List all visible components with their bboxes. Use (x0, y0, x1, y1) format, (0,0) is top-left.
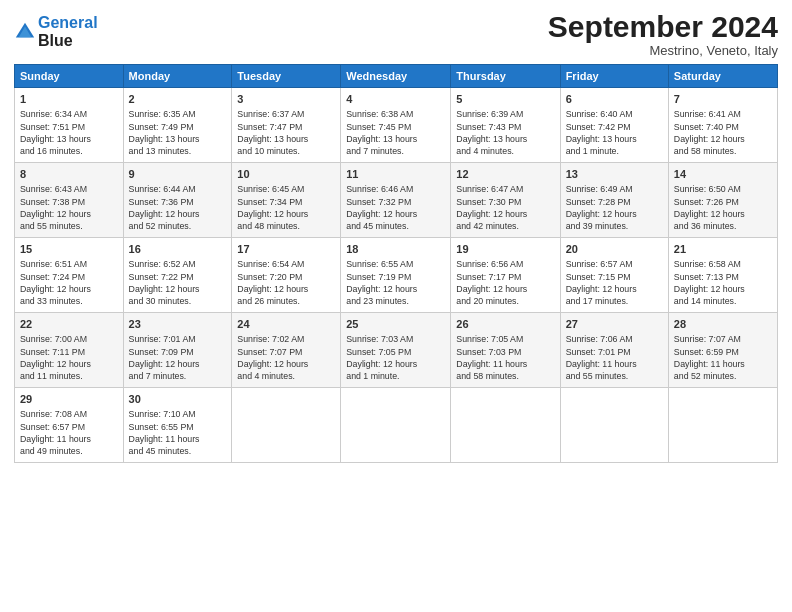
day-info-text: Sunrise: 6:46 AM (346, 183, 445, 195)
day-info-text: and 48 minutes. (237, 220, 335, 232)
day-number: 18 (346, 242, 445, 257)
day-info-text: Sunset: 6:57 PM (20, 421, 118, 433)
day-info-text: and 39 minutes. (566, 220, 663, 232)
day-info-text: Daylight: 12 hours (346, 358, 445, 370)
day-info-text: and 42 minutes. (456, 220, 554, 232)
day-info-text: Sunset: 7:19 PM (346, 271, 445, 283)
day-info-text: Sunrise: 6:40 AM (566, 108, 663, 120)
day-info-text: and 58 minutes. (674, 145, 772, 157)
day-info-text: Daylight: 12 hours (20, 208, 118, 220)
day-info-text: Sunset: 7:01 PM (566, 346, 663, 358)
calendar-cell: 14Sunrise: 6:50 AMSunset: 7:26 PMDayligh… (668, 163, 777, 238)
calendar-cell: 4Sunrise: 6:38 AMSunset: 7:45 PMDaylight… (341, 88, 451, 163)
calendar-cell: 26Sunrise: 7:05 AMSunset: 7:03 PMDayligh… (451, 313, 560, 388)
day-info-text: Sunset: 6:59 PM (674, 346, 772, 358)
day-info-text: Daylight: 12 hours (456, 208, 554, 220)
day-info-text: Sunset: 7:07 PM (237, 346, 335, 358)
day-number: 11 (346, 167, 445, 182)
weekday-header: Monday (123, 65, 232, 88)
day-info-text: and 20 minutes. (456, 295, 554, 307)
day-info-text: Sunset: 7:09 PM (129, 346, 227, 358)
location: Mestrino, Veneto, Italy (548, 43, 778, 58)
day-info-text: Sunset: 7:49 PM (129, 121, 227, 133)
day-info-text: Sunset: 7:38 PM (20, 196, 118, 208)
day-number: 27 (566, 317, 663, 332)
calendar-cell: 21Sunrise: 6:58 AMSunset: 7:13 PMDayligh… (668, 238, 777, 313)
logo-icon (14, 21, 36, 43)
day-info-text: Sunset: 7:05 PM (346, 346, 445, 358)
calendar-cell: 13Sunrise: 6:49 AMSunset: 7:28 PMDayligh… (560, 163, 668, 238)
day-number: 14 (674, 167, 772, 182)
day-info-text: Sunrise: 6:54 AM (237, 258, 335, 270)
day-number: 30 (129, 392, 227, 407)
day-info-text: Daylight: 12 hours (346, 283, 445, 295)
day-info-text: Daylight: 12 hours (237, 208, 335, 220)
day-info-text: Sunrise: 7:08 AM (20, 408, 118, 420)
day-info-text: Sunset: 7:28 PM (566, 196, 663, 208)
day-info-text: Daylight: 13 hours (456, 133, 554, 145)
day-number: 28 (674, 317, 772, 332)
calendar-cell (451, 388, 560, 463)
calendar-cell: 10Sunrise: 6:45 AMSunset: 7:34 PMDayligh… (232, 163, 341, 238)
day-info-text: Sunset: 7:22 PM (129, 271, 227, 283)
day-info-text: Sunrise: 6:38 AM (346, 108, 445, 120)
day-info-text: Sunset: 7:13 PM (674, 271, 772, 283)
day-info-text: Sunset: 7:47 PM (237, 121, 335, 133)
week-row: 29Sunrise: 7:08 AMSunset: 6:57 PMDayligh… (15, 388, 778, 463)
day-info-text: Sunset: 7:45 PM (346, 121, 445, 133)
calendar-cell (668, 388, 777, 463)
day-info-text: and 4 minutes. (456, 145, 554, 157)
day-info-text: Daylight: 12 hours (566, 283, 663, 295)
day-info-text: Daylight: 13 hours (566, 133, 663, 145)
day-info-text: Sunrise: 6:45 AM (237, 183, 335, 195)
day-number: 15 (20, 242, 118, 257)
calendar-cell: 6Sunrise: 6:40 AMSunset: 7:42 PMDaylight… (560, 88, 668, 163)
day-info-text: Daylight: 12 hours (129, 283, 227, 295)
day-info-text: Sunset: 7:43 PM (456, 121, 554, 133)
day-number: 24 (237, 317, 335, 332)
day-info-text: Sunset: 7:26 PM (674, 196, 772, 208)
calendar-cell: 8Sunrise: 6:43 AMSunset: 7:38 PMDaylight… (15, 163, 124, 238)
day-info-text: Sunrise: 7:02 AM (237, 333, 335, 345)
day-info-text: and 36 minutes. (674, 220, 772, 232)
day-info-text: Daylight: 12 hours (237, 283, 335, 295)
calendar-cell: 5Sunrise: 6:39 AMSunset: 7:43 PMDaylight… (451, 88, 560, 163)
day-info-text: Sunset: 7:40 PM (674, 121, 772, 133)
day-info-text: and 7 minutes. (346, 145, 445, 157)
weekday-header: Thursday (451, 65, 560, 88)
day-info-text: and 58 minutes. (456, 370, 554, 382)
day-info-text: Sunset: 7:51 PM (20, 121, 118, 133)
day-number: 8 (20, 167, 118, 182)
day-info-text: Daylight: 12 hours (129, 208, 227, 220)
day-info-text: Sunrise: 6:41 AM (674, 108, 772, 120)
day-info-text: Daylight: 13 hours (237, 133, 335, 145)
day-number: 16 (129, 242, 227, 257)
day-info-text: and 45 minutes. (129, 445, 227, 457)
weekday-header: Wednesday (341, 65, 451, 88)
day-number: 2 (129, 92, 227, 107)
day-info-text: and 55 minutes. (566, 370, 663, 382)
day-info-text: and 55 minutes. (20, 220, 118, 232)
calendar-cell: 2Sunrise: 6:35 AMSunset: 7:49 PMDaylight… (123, 88, 232, 163)
day-info-text: and 30 minutes. (129, 295, 227, 307)
page-header: General Blue September 2024 Mestrino, Ve… (14, 10, 778, 58)
day-number: 19 (456, 242, 554, 257)
day-number: 13 (566, 167, 663, 182)
day-info-text: Daylight: 12 hours (20, 283, 118, 295)
calendar-cell: 12Sunrise: 6:47 AMSunset: 7:30 PMDayligh… (451, 163, 560, 238)
day-info-text: and 13 minutes. (129, 145, 227, 157)
day-info-text: Daylight: 13 hours (129, 133, 227, 145)
day-number: 10 (237, 167, 335, 182)
calendar-cell: 15Sunrise: 6:51 AMSunset: 7:24 PMDayligh… (15, 238, 124, 313)
day-info-text: Daylight: 13 hours (346, 133, 445, 145)
day-info-text: Sunrise: 6:34 AM (20, 108, 118, 120)
day-info-text: Sunset: 7:32 PM (346, 196, 445, 208)
day-info-text: Sunrise: 7:00 AM (20, 333, 118, 345)
day-info-text: Sunset: 7:17 PM (456, 271, 554, 283)
weekday-header: Sunday (15, 65, 124, 88)
day-info-text: Sunrise: 6:35 AM (129, 108, 227, 120)
day-info-text: and 52 minutes. (129, 220, 227, 232)
day-info-text: and 23 minutes. (346, 295, 445, 307)
calendar-cell: 20Sunrise: 6:57 AMSunset: 7:15 PMDayligh… (560, 238, 668, 313)
day-info-text: Daylight: 12 hours (674, 208, 772, 220)
